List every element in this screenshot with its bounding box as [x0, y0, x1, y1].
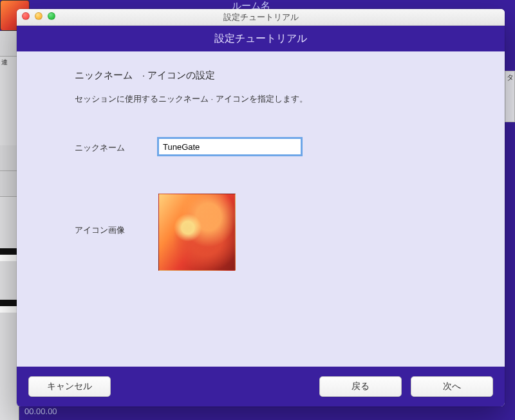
section-heading: ニックネーム · アイコンの設定: [75, 69, 460, 82]
nickname-input[interactable]: [158, 138, 301, 155]
icon-row: アイコン画像: [75, 194, 460, 271]
section-description: セッションに使用するニックネーム · アイコンを指定します。: [75, 93, 460, 105]
background-right-strip: タ: [505, 71, 515, 122]
dialog-header-text: 設定チュートリアル: [214, 32, 307, 46]
background-timer: 00.00.00: [24, 406, 57, 416]
close-icon[interactable]: [22, 12, 30, 20]
nickname-label: ニックネーム: [75, 140, 158, 154]
dialog-window: 設定チュートリアル 設定チュートリアル ニックネーム · アイコンの設定 セッシ…: [17, 9, 505, 406]
dialog-footer: キャンセル 戻る 次へ: [17, 367, 505, 406]
back-button[interactable]: 戻る: [319, 376, 402, 397]
titlebar[interactable]: 設定チュートリアル: [17, 9, 505, 26]
window-controls: [22, 12, 55, 20]
minimize-icon[interactable]: [35, 12, 42, 20]
icon-image-picker[interactable]: [158, 194, 236, 271]
icon-label: アイコン画像: [75, 194, 158, 236]
dialog-header: 設定チュートリアル: [17, 26, 505, 51]
window-title: 設定チュートリアル: [17, 12, 505, 23]
dialog-content: ニックネーム · アイコンの設定 セッションに使用するニックネーム · アイコン…: [17, 51, 505, 367]
next-button[interactable]: 次へ: [411, 376, 493, 397]
background-sidebar-label: 連: [0, 57, 19, 68]
cancel-button[interactable]: キャンセル: [28, 376, 111, 397]
nickname-row: ニックネーム: [75, 138, 460, 155]
zoom-icon[interactable]: [48, 12, 55, 20]
